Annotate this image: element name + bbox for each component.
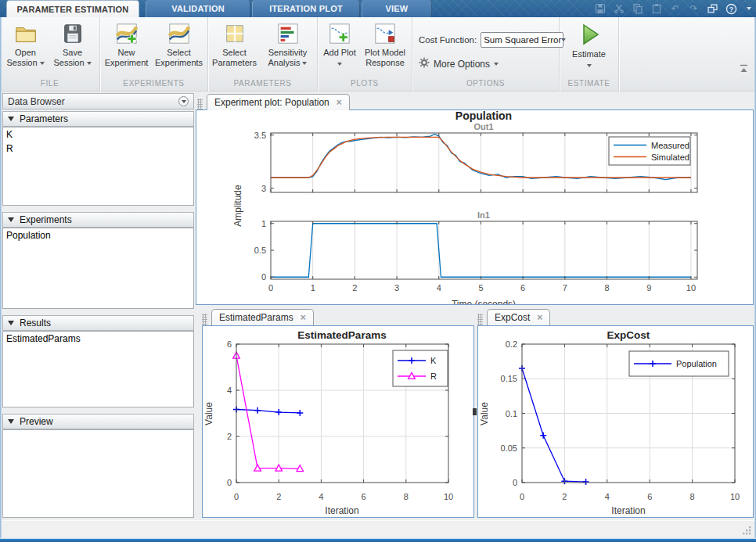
section-header-parameters[interactable]: Parameters xyxy=(2,111,194,127)
add-plot-button[interactable]: Add Plot xyxy=(319,20,360,68)
plot-area: Experiment plot: Population × 33.5Popula… xyxy=(196,92,754,520)
parameters-list[interactable]: KR xyxy=(2,127,194,206)
list-item[interactable]: Population xyxy=(3,228,193,242)
group-label-file: FILE xyxy=(0,78,99,92)
svg-text:6: 6 xyxy=(227,339,232,349)
close-icon[interactable]: × xyxy=(337,99,342,106)
section-header-preview[interactable]: Preview xyxy=(2,414,194,429)
dropdown-caret-icon xyxy=(587,64,592,67)
expcost-panel: 024681000.050.10.150.2ExpCostIterationVa… xyxy=(477,325,754,518)
tab-label: EstimatedParams xyxy=(219,312,293,323)
tab-label: Experiment plot: Population xyxy=(214,97,329,108)
list-item[interactable]: R xyxy=(3,142,193,156)
collapse-triangle-icon xyxy=(8,117,14,121)
button-label: Save xyxy=(63,48,82,58)
experiments-list[interactable]: Population xyxy=(2,228,194,309)
button-label: Sensitivity xyxy=(268,48,308,58)
svg-text:10: 10 xyxy=(686,283,696,293)
resize-grip-icon[interactable] xyxy=(740,524,752,536)
svg-text:Iteration: Iteration xyxy=(325,505,358,516)
svg-text:Amplitude: Amplitude xyxy=(232,185,243,227)
tab-validation[interactable]: VALIDATION xyxy=(146,0,250,17)
list-item[interactable]: K xyxy=(3,127,193,142)
group-label-estimate: ESTIMATE xyxy=(560,78,618,92)
svg-text:0.1: 0.1 xyxy=(506,409,517,418)
tab-iteration-plot[interactable]: ITERATION PLOT xyxy=(252,0,360,17)
svg-text:3: 3 xyxy=(261,184,266,193)
group-parameters: Select Parameters Sensitivity Analysis P… xyxy=(208,17,318,92)
estimated-params-svg[interactable]: 02468100246EstimatedParamsIterationValue… xyxy=(203,326,473,517)
tab-parameter-estimation[interactable]: PARAMETER ESTIMATION xyxy=(6,0,139,17)
select-parameters-icon xyxy=(223,22,247,45)
svg-text:0: 0 xyxy=(520,492,524,501)
section-header-experiments[interactable]: Experiments xyxy=(2,212,194,228)
estimated-params-tab[interactable]: EstimatedParams × xyxy=(211,309,314,325)
cut-icon[interactable] xyxy=(613,3,625,15)
panel-splitter-handle[interactable] xyxy=(473,408,477,415)
drag-grip-icon[interactable] xyxy=(477,314,483,325)
estimate-button[interactable]: Estimate xyxy=(564,20,614,70)
preview-pane[interactable] xyxy=(2,429,194,518)
group-label-options: OPTIONS xyxy=(412,78,559,92)
svg-text:1: 1 xyxy=(261,219,266,228)
experiment-plot-tab[interactable]: Experiment plot: Population × xyxy=(207,94,350,110)
experiment-plot-svg[interactable]: 33.5PopulationOut1AmplitudeMeasuredSimul… xyxy=(196,110,753,304)
svg-text:4: 4 xyxy=(437,283,441,293)
undo-icon[interactable]: ↶ xyxy=(669,3,681,15)
sensitivity-analysis-button[interactable]: Sensitivity Analysis xyxy=(260,20,316,68)
select-experiments-icon xyxy=(167,22,191,45)
expcost-tab[interactable]: ExpCost × xyxy=(487,309,550,325)
results-list[interactable]: EstimatedParams xyxy=(2,331,194,407)
help-icon[interactable]: ? xyxy=(725,3,737,15)
estimated-params-tab-row: EstimatedParams × xyxy=(202,308,314,325)
open-session-button[interactable]: Open Session xyxy=(3,20,49,68)
list-item[interactable]: EstimatedParams xyxy=(3,332,193,346)
close-icon[interactable]: × xyxy=(301,314,306,321)
copy-icon[interactable] xyxy=(632,3,643,15)
data-browser-header: Data Browser xyxy=(2,93,194,109)
cost-function-select[interactable]: Sum Squared Error xyxy=(481,32,563,48)
more-options-button[interactable]: More Options xyxy=(419,56,499,73)
tab-view[interactable]: VIEW xyxy=(362,0,432,17)
qat-menu-caret-icon[interactable] xyxy=(747,7,751,10)
drag-grip-icon[interactable] xyxy=(197,99,203,110)
dropdown-caret-icon xyxy=(40,62,45,65)
button-label: Experiment xyxy=(105,58,149,68)
collapse-toolstrip-button[interactable] xyxy=(740,63,748,72)
svg-text:10: 10 xyxy=(444,492,453,501)
select-parameters-button[interactable]: Select Parameters xyxy=(210,20,260,68)
save-session-button[interactable]: Save Session xyxy=(49,20,97,68)
cost-function-value: Sum Squared Error xyxy=(484,35,561,45)
svg-text:3: 3 xyxy=(394,283,399,293)
save-icon[interactable] xyxy=(594,3,606,15)
svg-text:2: 2 xyxy=(276,492,281,501)
toolstrip: Open Session Save Session FILE xyxy=(0,17,756,92)
svg-text:0.5: 0.5 xyxy=(254,246,266,255)
select-experiments-button[interactable]: Select Experiments xyxy=(152,20,207,68)
svg-text:Time (seconds): Time (seconds) xyxy=(452,299,516,304)
dropdown-caret-icon xyxy=(87,62,92,65)
data-browser-menu-button[interactable] xyxy=(178,96,189,106)
svg-text:4: 4 xyxy=(605,492,610,501)
drag-grip-icon[interactable] xyxy=(202,314,207,325)
close-icon[interactable]: × xyxy=(537,314,542,321)
svg-text:K: K xyxy=(430,356,437,365)
svg-text:6: 6 xyxy=(520,283,525,293)
paste-icon[interactable] xyxy=(650,3,662,15)
svg-text:Population: Population xyxy=(455,110,512,122)
group-options: Cost Function: Sum Squared Error More Op… xyxy=(412,17,560,92)
ribbon-tabstrip: PARAMETER ESTIMATION VALIDATION ITERATIO… xyxy=(0,0,756,17)
sensitivity-analysis-icon xyxy=(276,22,300,45)
experiment-tab-row: Experiment plot: Population × xyxy=(197,93,350,110)
estimated-params-panel: 02468100246EstimatedParamsIterationValue… xyxy=(202,325,474,518)
section-header-results[interactable]: Results xyxy=(2,315,194,331)
new-experiment-button[interactable]: New Experiment xyxy=(102,20,152,68)
redo-icon[interactable]: ↷ xyxy=(688,3,700,15)
collapse-triangle-icon xyxy=(8,217,14,222)
svg-text:Iteration: Iteration xyxy=(611,505,645,516)
svg-text:9: 9 xyxy=(646,283,651,293)
plot-model-response-button[interactable]: Plot Model Response xyxy=(360,20,410,68)
svg-text:Value: Value xyxy=(203,402,214,425)
expcost-svg[interactable]: 024681000.050.10.150.2ExpCostIterationVa… xyxy=(478,326,753,517)
windows-layout-icon[interactable] xyxy=(707,3,718,15)
